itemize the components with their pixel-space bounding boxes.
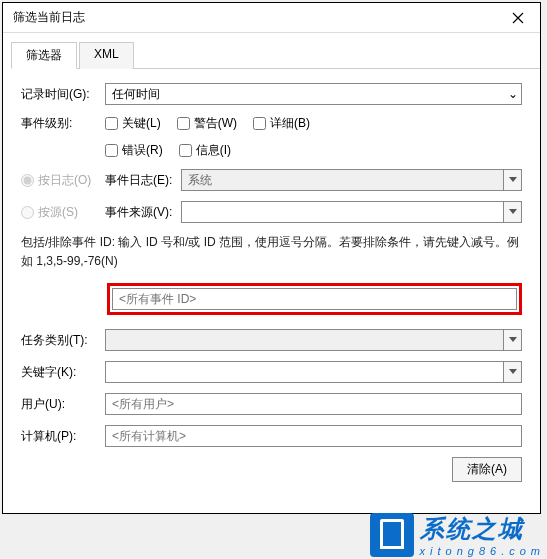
row-computer: 计算机(P):	[21, 425, 522, 447]
checkbox-group-level: 关键(L) 警告(W) 详细(B)	[105, 115, 310, 132]
watermark-icon	[370, 513, 414, 557]
close-icon	[512, 12, 524, 24]
watermark-text: 系统之城 xitong86.com	[420, 513, 545, 557]
radio-by-log: 按日志(O)	[21, 172, 105, 189]
cb-warning[interactable]: 警告(W)	[177, 115, 237, 132]
button-row: 清除(A)	[21, 457, 522, 482]
filter-log-dialog: 筛选当前日志 筛选器 XML 记录时间(G): 任何时间 ⌄ 事件级别: 关键(…	[2, 2, 541, 514]
label-log-time: 记录时间(G):	[21, 86, 105, 103]
label-keywords: 关键字(K):	[21, 364, 105, 381]
cb-critical[interactable]: 关键(L)	[105, 115, 161, 132]
watermark-url: xitong86.com	[420, 545, 545, 557]
close-button[interactable]	[496, 3, 540, 33]
tab-bar: 筛选器 XML	[11, 41, 540, 69]
label-task-category: 任务类别(T):	[21, 332, 105, 349]
content-area: 记录时间(G): 任何时间 ⌄ 事件级别: 关键(L) 警告(W) 详细(B) …	[3, 69, 540, 492]
dropdown-keywords[interactable]	[504, 361, 522, 383]
chevron-down-icon	[509, 209, 517, 215]
combo-event-source[interactable]	[181, 201, 504, 223]
dropdown-task-category	[504, 329, 522, 351]
label-computer: 计算机(P):	[21, 428, 105, 445]
combo-keywords[interactable]	[105, 361, 504, 383]
combo-event-log	[181, 169, 504, 191]
row-task-category: 任务类别(T):	[21, 329, 522, 351]
event-id-highlight	[107, 283, 522, 315]
checkbox-warning[interactable]	[177, 117, 190, 130]
dropdown-event-source[interactable]	[504, 201, 522, 223]
tab-xml[interactable]: XML	[79, 42, 134, 69]
input-event-id[interactable]	[112, 288, 517, 310]
radio-by-source: 按源(S)	[21, 204, 105, 221]
tab-filter[interactable]: 筛选器	[11, 42, 77, 69]
dialog-title: 筛选当前日志	[13, 9, 85, 26]
cb-info[interactable]: 信息(I)	[179, 142, 231, 159]
checkbox-critical[interactable]	[105, 117, 118, 130]
radio-by-log-input	[21, 174, 34, 187]
dropdown-event-log	[504, 169, 522, 191]
cb-error[interactable]: 错误(R)	[105, 142, 163, 159]
label-event-log: 事件日志(E):	[105, 172, 181, 189]
chevron-down-icon	[509, 369, 517, 375]
radio-by-source-input	[21, 206, 34, 219]
label-event-source: 事件来源(V):	[105, 204, 181, 221]
checkbox-group-level-2: 错误(R) 信息(I)	[105, 142, 231, 159]
checkbox-info[interactable]	[179, 144, 192, 157]
input-user[interactable]	[105, 393, 522, 415]
chevron-down-icon	[509, 337, 517, 343]
chevron-down-icon	[509, 177, 517, 183]
select-log-time[interactable]: 任何时间	[105, 83, 522, 105]
row-by-source: 按源(S) 事件来源(V):	[21, 201, 522, 223]
label-user: 用户(U):	[21, 396, 105, 413]
cb-verbose[interactable]: 详细(B)	[253, 115, 310, 132]
clear-button[interactable]: 清除(A)	[452, 457, 522, 482]
row-keywords: 关键字(K):	[21, 361, 522, 383]
input-computer[interactable]	[105, 425, 522, 447]
watermark: 系统之城 xitong86.com	[370, 513, 545, 557]
label-event-level: 事件级别:	[21, 115, 105, 132]
checkbox-error[interactable]	[105, 144, 118, 157]
row-user: 用户(U):	[21, 393, 522, 415]
row-event-level-2: 错误(R) 信息(I)	[105, 142, 522, 159]
titlebar: 筛选当前日志	[3, 3, 540, 33]
watermark-cn: 系统之城	[420, 513, 545, 545]
row-event-level: 事件级别: 关键(L) 警告(W) 详细(B)	[21, 115, 522, 132]
row-by-log: 按日志(O) 事件日志(E):	[21, 169, 522, 191]
combo-task-category	[105, 329, 504, 351]
row-log-time: 记录时间(G): 任何时间 ⌄	[21, 83, 522, 105]
checkbox-verbose[interactable]	[253, 117, 266, 130]
event-id-description: 包括/排除事件 ID: 输入 ID 号和/或 ID 范围，使用逗号分隔。若要排除…	[21, 233, 522, 271]
